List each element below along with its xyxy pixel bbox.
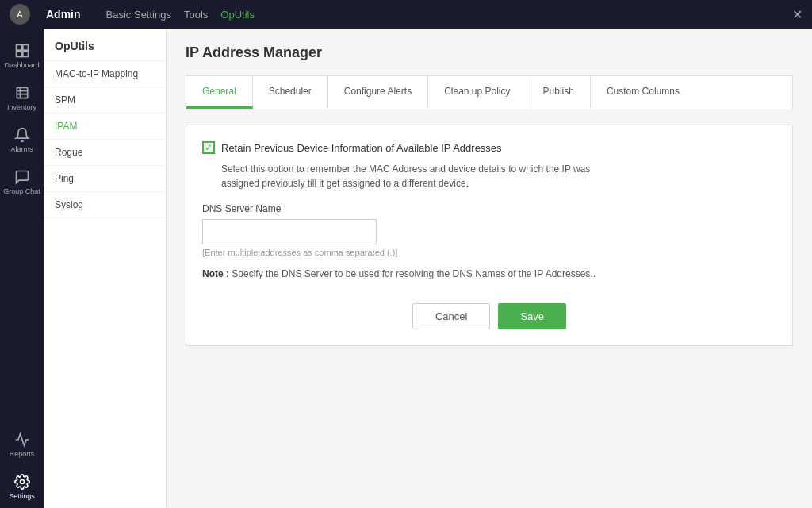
nav-item-ping[interactable]: Ping xyxy=(44,166,166,192)
cancel-button[interactable]: Cancel xyxy=(412,303,490,329)
tabs-bar: General Scheduler Configure Alerts Clean… xyxy=(186,75,793,109)
tab-general[interactable]: General xyxy=(186,76,253,109)
settings-icon xyxy=(14,474,30,490)
dns-field-label: DNS Server Name xyxy=(202,203,776,214)
retain-info-checkbox[interactable]: ✓ xyxy=(202,141,215,154)
nav-item-syslog[interactable]: Syslog xyxy=(44,192,166,218)
button-row: Cancel Save xyxy=(202,303,776,329)
sidebar-label-reports: Reports xyxy=(10,450,35,458)
avatar: A xyxy=(10,4,30,25)
dns-hint: [Enter multiple addresses as comma separ… xyxy=(202,248,776,257)
content-area: IP Address Manager General Scheduler Con… xyxy=(167,29,812,508)
topbar-nav-oputils[interactable]: OpUtils xyxy=(220,9,255,21)
tab-scheduler[interactable]: Scheduler xyxy=(253,76,328,109)
alarms-icon xyxy=(14,127,30,143)
chat-icon xyxy=(14,169,30,185)
topbar-nav: Basic Settings Tools OpUtils xyxy=(106,9,776,21)
nav-item-ipam[interactable]: IPAM xyxy=(44,114,166,140)
nav-panel-title: OpUtils xyxy=(44,29,166,61)
checkmark-icon: ✓ xyxy=(205,142,213,153)
topbar: A Admin Basic Settings Tools OpUtils ✕ xyxy=(0,0,812,29)
retain-info-label: Retain Previous Device Information of Av… xyxy=(221,142,502,154)
tab-custom-columns[interactable]: Custom Columns xyxy=(591,76,695,109)
inventory-icon xyxy=(14,85,30,101)
note-body: Specify the DNS Server to be used for re… xyxy=(232,268,596,279)
sidebar-label-inventory: Inventory xyxy=(7,103,36,111)
svg-rect-3 xyxy=(22,52,28,57)
sidebar-item-groupchat[interactable]: Group Chat xyxy=(0,161,44,203)
nav-item-rogue[interactable]: Rogue xyxy=(44,140,166,166)
tab-cleanup-policy[interactable]: Clean up Policy xyxy=(428,76,527,109)
topbar-nav-basic-settings[interactable]: Basic Settings xyxy=(106,9,171,21)
form-area: ✓ Retain Previous Device Information of … xyxy=(186,125,793,346)
close-icon[interactable]: ✕ xyxy=(792,7,802,22)
sidebar-label-dashboard: Dashboard xyxy=(4,61,39,69)
note-label: Note : xyxy=(202,268,229,279)
nav-panel: OpUtils MAC-to-IP Mapping SPM IPAM Rogue… xyxy=(44,29,167,508)
sidebar: Dashboard Inventory Alarms Group Chat xyxy=(0,29,44,508)
svg-point-8 xyxy=(20,480,24,484)
svg-rect-1 xyxy=(22,45,28,51)
app-title: Admin xyxy=(46,8,81,21)
note-text: Note : Specify the DNS Server to be used… xyxy=(202,268,599,279)
reports-icon xyxy=(14,432,30,448)
retain-description: Select this option to remember the MAC A… xyxy=(221,162,618,190)
sidebar-item-settings[interactable]: Settings xyxy=(0,466,44,508)
sidebar-label-settings: Settings xyxy=(9,492,35,500)
save-button[interactable]: Save xyxy=(498,303,566,329)
tab-publish[interactable]: Publish xyxy=(527,76,591,109)
dns-server-input[interactable] xyxy=(202,219,377,244)
sidebar-item-reports[interactable]: Reports xyxy=(0,424,44,466)
nav-item-mac-ip[interactable]: MAC-to-IP Mapping xyxy=(44,61,166,87)
svg-rect-4 xyxy=(17,87,27,98)
svg-rect-2 xyxy=(16,52,21,57)
nav-item-spm[interactable]: SPM xyxy=(44,87,166,114)
sidebar-label-groupchat: Group Chat xyxy=(3,187,40,195)
sidebar-item-alarms[interactable]: Alarms xyxy=(0,119,44,161)
sidebar-item-dashboard[interactable]: Dashboard xyxy=(0,35,44,77)
dns-field-group: DNS Server Name [Enter multiple addresse… xyxy=(202,203,776,257)
topbar-nav-tools[interactable]: Tools xyxy=(184,9,208,21)
sidebar-label-alarms: Alarms xyxy=(10,145,33,153)
checkbox-row: ✓ Retain Previous Device Information of … xyxy=(202,141,776,154)
page-title: IP Address Manager xyxy=(186,44,793,61)
tab-configure-alerts[interactable]: Configure Alerts xyxy=(328,76,428,109)
dashboard-icon xyxy=(14,43,30,59)
svg-rect-0 xyxy=(16,45,21,51)
sidebar-item-inventory[interactable]: Inventory xyxy=(0,77,44,119)
